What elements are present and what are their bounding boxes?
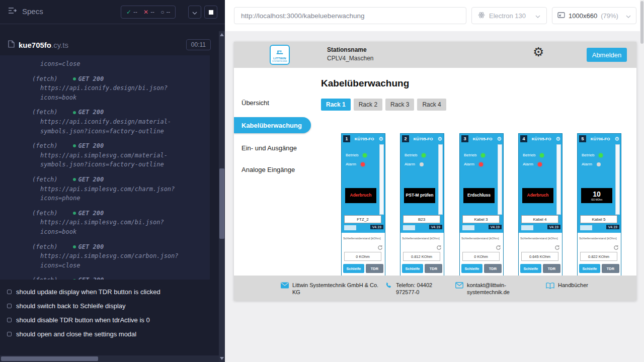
card-scrollbar[interactable] — [498, 144, 502, 215]
schleife-button[interactable]: Schleife — [461, 264, 482, 273]
footer-manuals[interactable]: Handbücher — [546, 282, 626, 291]
footer-company: Littwin Systemtechnik GmbH & Co. KG — [281, 282, 379, 296]
stop-run-button[interactable] — [204, 6, 217, 19]
tdr-button[interactable]: TDR — [602, 264, 619, 273]
cable-name-input[interactable] — [580, 215, 617, 223]
log-status: GET 200 — [78, 141, 104, 151]
scrollbar-thumb[interactable] — [640, 1, 643, 44]
log-status: GET 200 — [78, 276, 104, 280]
scrollbar-thumb[interactable] — [1, 356, 98, 361]
sidebar-nav: Übersicht Kabelüberwachung Ein- und Ausg… — [234, 68, 320, 276]
test-item[interactable]: should open and close the settings modal — [0, 327, 219, 341]
email-icon — [455, 282, 463, 296]
network-log-entry[interactable]: (fetch)GET 200 https://api.simplesvg.com… — [0, 175, 210, 203]
refresh-icon[interactable] — [377, 243, 383, 252]
network-log-entry[interactable]: (fetch)GET 200 https://api.iconify.desig… — [0, 108, 210, 136]
scroll-down-arrow-icon[interactable] — [220, 357, 224, 360]
resistance-value: 0 KOhm — [344, 252, 381, 261]
spec-file-row[interactable]: kue705fo.cy.ts 00:11 — [0, 36, 219, 53]
iso-value: 10 — [593, 191, 601, 198]
command-log[interactable]: icons=close (fetch)GET 200 https://api.i… — [0, 55, 210, 280]
card-number-badge: 1 — [343, 135, 350, 142]
app-footer: Littwin Systemtechnik GmbH & Co. KG Tele… — [234, 276, 636, 301]
firmware-version: V4.19 — [429, 225, 442, 229]
cable-name-input[interactable] — [521, 215, 558, 223]
specs-menu-button[interactable]: Specs — [8, 7, 43, 16]
nav-item-analoge-eingaenge[interactable]: Analoge Eingänge — [242, 166, 295, 173]
logout-button[interactable]: Abmelden — [587, 48, 627, 62]
card-scrollbar[interactable] — [556, 144, 561, 215]
cable-name-input[interactable] — [403, 215, 440, 223]
test-item[interactable]: should update display when TDR button is… — [0, 285, 219, 299]
card-settings-icon[interactable]: ⚙ — [437, 136, 442, 142]
refresh-icon[interactable] — [436, 243, 442, 252]
card-settings-icon[interactable]: ⚙ — [614, 136, 619, 142]
tab-rack-4[interactable]: Rack 4 — [417, 99, 446, 111]
betrieb-led-icon — [363, 153, 367, 157]
betrieb-label: Betrieb — [464, 153, 476, 157]
cypress-runner-panel: Specs ✓-- ✕-- ○-- kue705fo.cy.ts 00:11 i… — [0, 0, 225, 362]
tdr-button[interactable]: TDR — [425, 264, 442, 273]
test-box-icon — [7, 318, 12, 322]
test-title: should open and close the settings modal — [16, 330, 136, 338]
card-settings-icon[interactable]: ⚙ — [555, 136, 560, 142]
tdr-button[interactable]: TDR — [366, 264, 383, 273]
nav-item-uebersicht[interactable]: Übersicht — [242, 99, 269, 107]
scrollbar-thumb[interactable] — [219, 168, 224, 239]
viewport-selector[interactable]: 1000x660 (79%) — [552, 7, 636, 24]
log-url: https://api.simplesvg.com/material-symbo… — [32, 151, 198, 169]
log-url: https://api.iconify.design/material-symb… — [32, 117, 198, 136]
alarm-led-icon — [361, 162, 365, 166]
network-log-entry[interactable]: (fetch)GET 200 https://api.simplesvg.com… — [0, 276, 210, 280]
log-event-type: (fetch) — [32, 242, 58, 252]
device-card: 4KÜ705-FO⚙ Betrieb Alarm Aderbruch V4.19… — [518, 133, 562, 284]
test-stats: ✓-- ✕-- ○-- — [121, 6, 176, 19]
specs-label: Specs — [22, 7, 43, 16]
settings-gear-icon[interactable]: ⚙ — [533, 46, 544, 58]
app-under-test: LITTWIN SYSTEMTECHNIK Stationsname CPLV4… — [234, 42, 636, 301]
tab-rack-1[interactable]: Rack 1 — [321, 99, 351, 111]
card-scrollbar[interactable] — [438, 144, 443, 215]
test-item[interactable]: should disable TDR button when tdrActive… — [0, 313, 219, 327]
browser-selector[interactable]: Electron 130 — [471, 7, 547, 24]
schleife-button[interactable]: Schleife — [402, 264, 423, 273]
version-spacer — [462, 225, 474, 230]
refresh-icon[interactable] — [554, 243, 560, 252]
network-log-entry[interactable]: (fetch)GET 200 https://api.simplesvg.com… — [0, 141, 210, 169]
footer-company-text: Littwin Systemtechnik GmbH & Co. KG — [292, 282, 379, 296]
card-scrollbar[interactable] — [615, 144, 620, 215]
test-item[interactable]: should switch back to Schleife display — [0, 299, 219, 313]
nav-item-ein-und-ausgaenge[interactable]: Ein- und Ausgänge — [242, 144, 297, 152]
nav-item-kabelueberwachung[interactable]: Kabelüberwachung — [234, 117, 311, 133]
collapse-runs-button[interactable] — [188, 6, 201, 19]
network-log-entry[interactable]: (fetch)GET 200 https://api.simplesvg.com… — [0, 242, 210, 270]
panel-horizontal-scrollbar[interactable] — [0, 355, 219, 362]
card-settings-icon[interactable]: ⚙ — [497, 136, 502, 142]
url-bar[interactable]: http://localhost:3000/kabelueberwachung — [234, 7, 466, 24]
version-spacer — [580, 225, 592, 230]
device-card: 2KÜ705-FO⚙ Betrieb Alarm PST-M prüfen V4… — [400, 133, 444, 284]
card-scrollbar[interactable] — [379, 144, 384, 215]
page-vertical-scrollbar[interactable] — [640, 0, 644, 362]
network-log-entry[interactable]: (fetch)GET 200 https://api.iconify.desig… — [0, 74, 210, 103]
schleife-button[interactable]: Schleife — [579, 264, 600, 273]
cable-name-input[interactable] — [344, 215, 381, 223]
panel-vertical-scrollbar[interactable] — [219, 31, 225, 362]
tdr-button[interactable]: TDR — [543, 264, 560, 273]
scroll-up-arrow-icon[interactable] — [220, 33, 224, 36]
footer-email[interactable]: kontakt@littwin-systemtechnik.de — [455, 282, 528, 296]
tab-rack-2[interactable]: Rack 2 — [354, 99, 382, 111]
tdr-button[interactable]: TDR — [484, 264, 502, 273]
refresh-icon[interactable] — [613, 243, 619, 252]
viewport-size: 1000x660 — [569, 12, 597, 20]
refresh-icon[interactable] — [496, 243, 501, 252]
stop-icon — [209, 10, 213, 15]
betrieb-led-icon — [481, 153, 485, 157]
schleife-button[interactable]: Schleife — [343, 264, 364, 273]
tab-rack-3[interactable]: Rack 3 — [385, 99, 414, 111]
card-settings-icon[interactable]: ⚙ — [378, 136, 383, 142]
schleife-button[interactable]: Schleife — [520, 264, 541, 273]
cable-name-input[interactable] — [462, 215, 500, 223]
card-model: KÜ705-FO — [352, 137, 377, 141]
network-log-entry[interactable]: (fetch)GET 200 https://api.simplesvg.com… — [0, 209, 210, 237]
